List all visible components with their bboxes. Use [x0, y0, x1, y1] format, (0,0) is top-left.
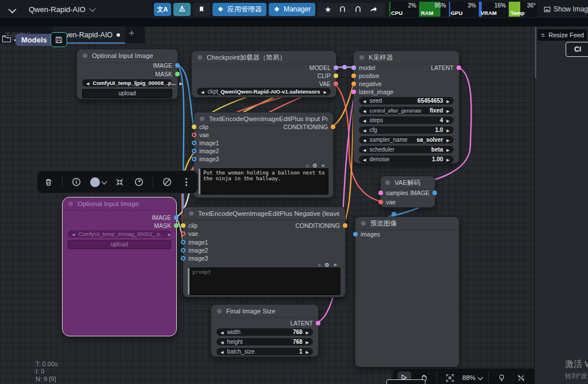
star-icon[interactable]: ★: [324, 5, 331, 14]
show-images-button[interactable]: Show Imag: [543, 5, 588, 13]
output-mask[interactable]: MASK: [155, 70, 180, 78]
workflow-selector[interactable]: Qwen-Rapid-AIO: [29, 5, 95, 14]
workflow-name: Qwen-Rapid-AIO: [29, 5, 86, 14]
node-optional-input-image-1[interactable]: Optional Input Image IMAGE MASK ComfyUI_…: [76, 49, 178, 99]
steps-widget[interactable]: steps 4: [359, 117, 454, 124]
output-image[interactable]: IMAGE: [153, 61, 180, 69]
input-image2[interactable]: image2: [192, 147, 219, 155]
node-preview-image[interactable]: 预览图像 images: [355, 216, 459, 367]
output-image[interactable]: IMAGE: [152, 214, 179, 222]
upload-button[interactable]: upload: [82, 89, 172, 98]
input-image3[interactable]: image3: [181, 254, 208, 262]
hook-icon-1[interactable]: [338, 5, 347, 13]
perf-nodes: N: 9 [9]: [36, 375, 58, 383]
input-vae[interactable]: vae: [192, 131, 209, 139]
speaker-icon[interactable]: [321, 163, 326, 168]
zoom-level-dropdown[interactable]: 88%: [462, 374, 482, 381]
combo-prev-icon[interactable]: [72, 231, 78, 237]
menu-collapse-icon[interactable]: [6, 3, 18, 15]
seed-widget[interactable]: seed 65454653: [359, 97, 454, 104]
toggle-link-visibility-button[interactable]: [514, 371, 528, 384]
image-file-combo[interactable]: ComfyUI_temp_zmuag_00002_.p...: [68, 230, 171, 238]
combo-next-icon[interactable]: [164, 231, 171, 237]
input-image1[interactable]: image1: [192, 139, 219, 147]
input-image2[interactable]: image2: [181, 246, 208, 254]
input-vae[interactable]: vae: [181, 230, 198, 238]
node-final-image-size[interactable]: Final Image Size LATENT width 768 height…: [211, 304, 319, 357]
input-image1[interactable]: image1: [181, 238, 208, 246]
denoise-widget[interactable]: denoise 1.00: [359, 156, 454, 163]
circle-icon[interactable]: [306, 163, 309, 169]
node-textencode-positive[interactable]: TextEncodeQwenImageEditPlus Input Prompt…: [194, 112, 334, 198]
info-icon[interactable]: [71, 176, 82, 188]
selection-toolbar: [37, 170, 198, 193]
output-mask[interactable]: MASK: [154, 222, 179, 230]
output-vae[interactable]: VAE: [319, 80, 338, 88]
positive-prompt-textarea[interactable]: Put the woman holding a balloon next to …: [199, 168, 328, 195]
input-latent-image[interactable]: latent_image: [351, 88, 393, 96]
input-clip[interactable]: clip: [181, 222, 198, 230]
node-optional-input-image-2-bypassed[interactable]: Optional Input Image IMAGE MASK ComfyUI_…: [62, 197, 177, 336]
scrollbar-thumb[interactable]: [535, 26, 536, 78]
input-samples[interactable]: samples: [378, 189, 408, 197]
vae-port-dot: [181, 231, 185, 236]
node-color-picker[interactable]: [90, 176, 106, 188]
output-image[interactable]: IMAGE: [410, 189, 437, 197]
input-model[interactable]: model: [351, 64, 376, 72]
input-image3[interactable]: image3: [192, 155, 219, 163]
combo-next-icon[interactable]: [176, 80, 183, 86]
bookmark-button[interactable]: [193, 3, 210, 16]
ckpt-name-combo[interactable]: ckpt_name Qwen\Qwen-Rapid-AIO-v1.safeten…: [197, 88, 331, 95]
logo-button[interactable]: [173, 3, 191, 16]
circle-icon[interactable]: [318, 262, 321, 268]
combo-next-icon[interactable]: [320, 88, 327, 95]
cfg-widget[interactable]: cfg 1.0: [359, 126, 454, 134]
control-after-generate-widget[interactable]: control_after_generate fixed: [359, 107, 454, 114]
input-negative[interactable]: negative: [351, 80, 382, 88]
clear-feed-button[interactable]: Cl: [566, 42, 588, 57]
combo-prev-icon[interactable]: [201, 88, 207, 95]
resize-feed-button[interactable]: Resize Feed: [537, 29, 587, 41]
node-checkpoint-loader[interactable]: Checkpoint加载器（简易） MODEL CLIP VAE ckpt_na…: [191, 51, 336, 98]
negative-prompt-textarea[interactable]: [188, 267, 341, 295]
image-icon: [543, 6, 551, 13]
bypass-icon[interactable]: [161, 176, 172, 188]
toggle-lightbulb-button[interactable]: [494, 371, 508, 384]
fit-view-button[interactable]: [443, 371, 457, 384]
save-workflow-button[interactable]: [51, 32, 67, 47]
speaker-icon[interactable]: [333, 262, 338, 267]
more-options-icon[interactable]: [181, 176, 192, 188]
output-latent[interactable]: LATENT: [431, 64, 461, 72]
upload-button[interactable]: upload: [68, 240, 171, 249]
height-widget[interactable]: height 768: [216, 338, 313, 346]
scheduler-widget[interactable]: scheduler beta: [359, 146, 454, 153]
input-clip[interactable]: clip: [192, 123, 208, 131]
sampler-name-widget[interactable]: sampler_name sa_solver: [359, 136, 454, 143]
width-widget[interactable]: width 768: [216, 328, 313, 336]
output-model[interactable]: MODEL: [310, 64, 338, 72]
node-ksampler[interactable]: K采样器 model positive negative latent_imag…: [353, 51, 459, 164]
node-vae-decode[interactable]: VAE解码 samples vae IMAGE: [380, 176, 435, 208]
input-vae[interactable]: vae: [378, 198, 396, 206]
output-latent[interactable]: LATENT: [291, 319, 320, 327]
image-file-combo[interactable]: ComfyUI_temp_ljpig_00008_.p...: [82, 79, 172, 87]
hook-icon-2[interactable]: [354, 5, 362, 13]
batch-size-widget[interactable]: batch_size 1: [216, 348, 313, 355]
node-status-dot: [189, 211, 194, 216]
share-arrow-icon[interactable]: [369, 5, 378, 13]
pin-timer-icon[interactable]: [134, 176, 145, 188]
new-tab-button[interactable]: +: [129, 28, 135, 40]
app-manager-button[interactable]: 应用管理器: [212, 3, 266, 16]
collapse-icon[interactable]: [114, 176, 125, 188]
manager-button[interactable]: Manager: [269, 3, 315, 16]
workflow-browser-button[interactable]: ▼: [2, 34, 17, 43]
input-images[interactable]: images: [353, 230, 380, 238]
combo-prev-icon[interactable]: [86, 80, 92, 86]
translate-button[interactable]: 文A: [154, 3, 171, 16]
output-conditioning[interactable]: CONDITIONING: [283, 123, 335, 131]
delete-icon[interactable]: [43, 176, 54, 188]
input-positive[interactable]: positive: [351, 72, 380, 80]
node-textencode-negative[interactable]: TextEncodeQwenImageEditPlus Negative (le…: [183, 207, 346, 297]
output-conditioning[interactable]: CONDITIONING: [295, 222, 347, 230]
output-clip[interactable]: CLIP: [318, 72, 338, 80]
